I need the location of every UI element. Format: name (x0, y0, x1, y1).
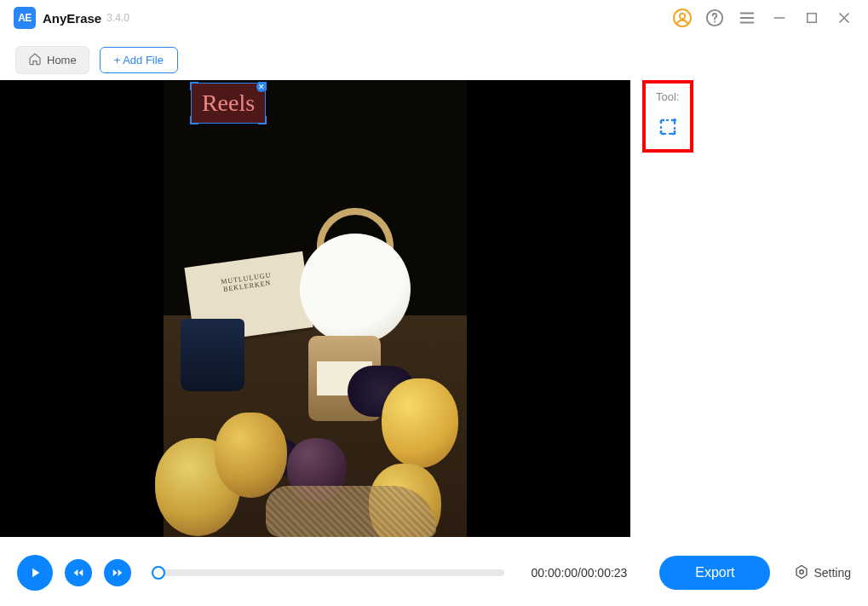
account-icon[interactable] (672, 8, 693, 28)
timeline[interactable] (158, 569, 504, 576)
title-bar: AE AnyErase 3.4.0 (0, 0, 868, 36)
forward-icon (112, 567, 124, 579)
video-frame (164, 80, 467, 537)
selection-handle-bl[interactable] (190, 116, 198, 124)
rewind-icon (72, 567, 84, 579)
svg-point-7 (800, 569, 804, 574)
video-preview[interactable]: Reels ✕ (0, 80, 630, 537)
rewind-button[interactable] (65, 559, 92, 586)
selection-handle-br[interactable] (258, 116, 267, 124)
home-icon (28, 52, 42, 68)
svg-rect-4 (808, 14, 817, 23)
workspace: Reels ✕ Tool: (0, 80, 868, 537)
setting-label: Setting (813, 566, 851, 580)
selection-tool-icon[interactable] (658, 117, 678, 137)
playback-bar: 00:00:00/00:00:23 Export Setting (0, 548, 868, 597)
selection-handle-tl[interactable] (190, 82, 198, 90)
export-button[interactable]: Export (659, 556, 770, 590)
help-icon[interactable] (704, 8, 725, 28)
close-icon[interactable] (834, 8, 854, 28)
add-file-label: + Add File (114, 54, 164, 66)
home-button[interactable]: Home (15, 46, 89, 74)
selection-remove-icon[interactable]: ✕ (256, 82, 267, 92)
menu-icon[interactable] (737, 8, 757, 28)
svg-point-1 (680, 14, 685, 19)
app-version: 3.4.0 (106, 12, 129, 24)
play-button[interactable] (17, 555, 53, 591)
app-name: AnyErase (43, 11, 101, 26)
timeline-playhead[interactable] (152, 566, 165, 580)
setting-icon (794, 564, 809, 582)
side-panel: Tool: (630, 80, 868, 537)
play-icon (27, 565, 43, 580)
minimize-icon[interactable] (769, 8, 790, 28)
setting-button[interactable]: Setting (794, 564, 851, 582)
add-file-button[interactable]: + Add File (100, 47, 178, 73)
svg-marker-6 (796, 565, 807, 578)
svg-rect-5 (661, 120, 675, 134)
maximize-icon[interactable] (802, 8, 822, 28)
app-logo: AE (14, 7, 36, 29)
watermark-text: Reels (192, 84, 265, 123)
svg-point-3 (714, 21, 716, 23)
tool-label: Tool: (656, 90, 680, 103)
svg-point-0 (674, 9, 691, 26)
timecode: 00:00:00/00:00:23 (532, 566, 628, 580)
forward-button[interactable] (104, 559, 131, 586)
home-label: Home (47, 54, 77, 66)
watermark-selection[interactable]: Reels ✕ (191, 83, 266, 124)
toolbar: Home + Add File (0, 39, 868, 80)
tool-panel: Tool: (642, 80, 693, 153)
